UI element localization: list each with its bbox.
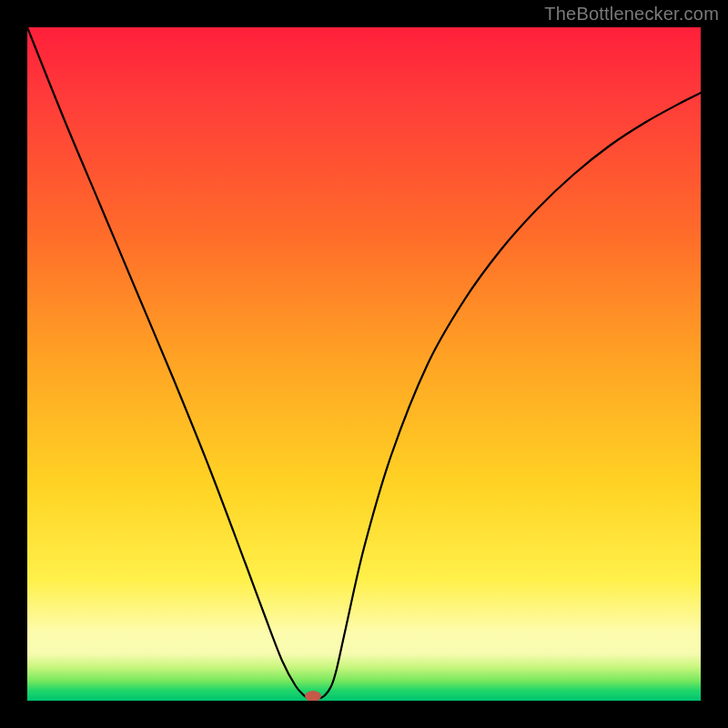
- min-marker: [305, 691, 321, 701]
- bottleneck-curve: [27, 27, 701, 699]
- chart-frame: TheBottlenecker.com: [0, 0, 728, 728]
- curve-svg: [27, 27, 701, 701]
- plot-area: [27, 27, 701, 701]
- watermark-text: TheBottlenecker.com: [544, 4, 719, 25]
